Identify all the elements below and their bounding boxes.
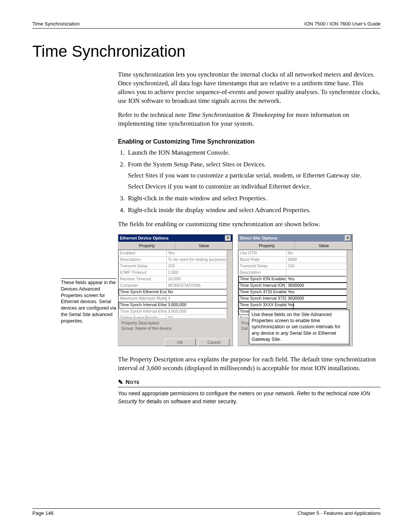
after-screenshot: The Property Description area explains t… — [118, 355, 381, 373]
table-row[interactable]: Transmit Delay150 — [119, 263, 233, 270]
table-row[interactable]: Online Event Priority10 — [119, 315, 233, 318]
callout-right: Use these fields on the Site Advanced Pr… — [249, 310, 349, 344]
value-cell[interactable]: 9600 — [287, 257, 352, 263]
value-cell[interactable]: WORKSTATION6 — [167, 283, 233, 289]
close-icon[interactable]: × — [345, 235, 351, 241]
note-pre: You need appropriate permissions to conf… — [118, 390, 361, 396]
value-text: 3,600,000 — [168, 302, 186, 308]
note-heading: ✎ Note — [118, 378, 381, 388]
value-cell[interactable]: 150 — [287, 263, 352, 269]
property-cell: Computer — [119, 283, 167, 289]
table-row[interactable]: Time Synch 3XXX EnabledYes — [239, 302, 352, 308]
value-text: 3,600,000 — [168, 308, 186, 314]
callout-connector — [293, 302, 293, 310]
value-cell[interactable]: 3,600,000 — [167, 302, 233, 308]
property-cell: Time Synch Interval Ethernet — [119, 308, 167, 315]
property-cell: Time Synch 3720 Enabled — [239, 289, 287, 295]
cancel-button[interactable]: Cancel — [198, 339, 229, 347]
table-row[interactable]: Receive Timeout10,000 — [119, 276, 233, 283]
after-steps: The fields for enabling or customizing t… — [118, 220, 381, 229]
value-cell[interactable]: Yes — [287, 289, 352, 295]
table-row[interactable]: Time Synch Ethernet EnabledNo — [119, 289, 233, 296]
property-cell: Time Synch Interval 3720 — [239, 296, 287, 302]
grid-header: Property Value — [118, 242, 233, 250]
property-cell: Use DTR — [239, 250, 287, 256]
table-row[interactable]: Transmit Delay150 — [239, 263, 352, 270]
table-row[interactable]: Maximum Attempts Multiple3 — [119, 296, 233, 302]
value-text: 3600000 — [288, 283, 304, 288]
property-cell: Receive Timeout — [119, 276, 167, 282]
value-cell[interactable]: To be used for testing purposes only — [167, 257, 233, 263]
value-cell[interactable]: 3600000 — [287, 283, 352, 289]
table-row[interactable]: Time Synch Interval Ethernet3,600,000 — [119, 302, 233, 308]
value-cell[interactable]: Yes — [167, 250, 233, 256]
property-cell: Description — [119, 257, 167, 263]
note-post: for details on software and meter securi… — [137, 398, 237, 404]
table-row[interactable]: Description — [239, 270, 352, 276]
value-cell[interactable]: 150 — [167, 263, 233, 269]
value-cell[interactable]: 2,000 — [167, 270, 233, 276]
col-property: Property — [118, 242, 175, 249]
value-text: 150 — [288, 263, 295, 269]
value-text: 3600000 — [288, 296, 304, 301]
property-cell: Time Synch Ethernet Enabled — [119, 289, 167, 295]
value-cell[interactable]: 10,000 — [167, 276, 233, 282]
step-1-text: Launch the ION Management Console. — [128, 149, 230, 156]
value-cell[interactable]: 3 — [167, 296, 233, 302]
header-right: ION 7500 / ION 7600 User's Guide — [304, 21, 381, 27]
property-cell: Time Synch Interval Ethernet — [119, 302, 167, 308]
callout-left: These fields appear in the Devices Advan… — [61, 278, 116, 324]
dialog-buttons: OK Cancel — [118, 339, 233, 349]
table-row[interactable]: EnabledYes — [119, 250, 233, 257]
footer-right: Chapter 5 - Features and Applications — [298, 510, 381, 516]
close-icon[interactable]: × — [225, 235, 231, 241]
value-text: Yes — [168, 250, 175, 256]
value-cell[interactable]: Yes — [287, 276, 352, 282]
dialog-titlebar: Direct Site Options × — [238, 235, 352, 242]
grid-header: Property Value — [238, 242, 352, 250]
screenshot-figure: These fields appear in the Devices Advan… — [61, 234, 381, 348]
property-cell: Time Synch Interval ION — [239, 283, 287, 289]
col-property: Property — [238, 242, 295, 249]
step-3-text: Right-click in the main window and selec… — [128, 195, 267, 202]
property-cell: Time Synch 3XXX Enabled — [239, 302, 287, 308]
table-row[interactable]: Time Synch Interval Ethernet3,600,000 — [119, 308, 233, 315]
value-text: 3 — [168, 296, 170, 301]
table-row[interactable]: Baud Rate9600 — [239, 257, 352, 263]
table-row[interactable]: Time Synch 3720 EnabledYes — [239, 289, 352, 296]
steps-list: Launch the ION Management Console. From … — [118, 149, 381, 215]
note-label: Note — [126, 378, 140, 386]
table-row[interactable]: ComputerWORKSTATION6 — [119, 283, 233, 289]
ok-button[interactable]: OK — [164, 339, 196, 347]
property-description-area: Property Description Group: Name of the … — [118, 318, 233, 339]
table-row[interactable]: Time Synch ION EnabledYes — [239, 276, 352, 283]
table-row[interactable]: Use DTRNo — [239, 250, 352, 257]
intro-paragraph-1: Time synchronization lets you synchroniz… — [118, 70, 381, 105]
value-cell[interactable]: 10 — [167, 315, 233, 318]
step-2b-text: Select Devices if you want to customize … — [128, 182, 381, 191]
property-cell: Description — [239, 270, 287, 276]
property-cell: Enabled — [119, 250, 167, 256]
value-cell[interactable]: 3,600,000 — [167, 308, 233, 315]
property-cell: Time Synch ION Enabled — [239, 276, 287, 282]
scrollbar[interactable] — [227, 250, 233, 318]
step-4-text: Right-click inside the display window an… — [128, 206, 311, 214]
value-cell[interactable] — [287, 270, 352, 276]
table-row[interactable]: Time Synch Interval 37203600000 — [239, 296, 352, 302]
value-text: WORKSTATION6 — [168, 283, 201, 288]
table-row[interactable]: ICMP Timeout2,000 — [119, 270, 233, 276]
value-cell[interactable]: 3600000 — [287, 296, 352, 302]
value-text: 2,000 — [168, 270, 178, 275]
scrollbar[interactable] — [347, 250, 352, 318]
table-row[interactable]: Time Synch Interval ION3600000 — [239, 283, 352, 289]
step-2: From the System Setup Pane, select Sites… — [126, 160, 381, 191]
value-text: 10 — [168, 315, 172, 318]
step-3: Right-click in the main window and selec… — [126, 194, 381, 203]
value-cell[interactable]: No — [287, 250, 352, 256]
step-4: Right-click inside the display window an… — [126, 206, 381, 215]
running-header: Time Synchronization ION 7500 / ION 7600… — [32, 21, 381, 29]
value-cell[interactable]: No — [167, 289, 233, 295]
value-text: Yes — [288, 276, 295, 282]
table-row[interactable]: DescriptionTo be used for testing purpos… — [119, 257, 233, 263]
value-cell[interactable]: Yes — [287, 302, 352, 308]
